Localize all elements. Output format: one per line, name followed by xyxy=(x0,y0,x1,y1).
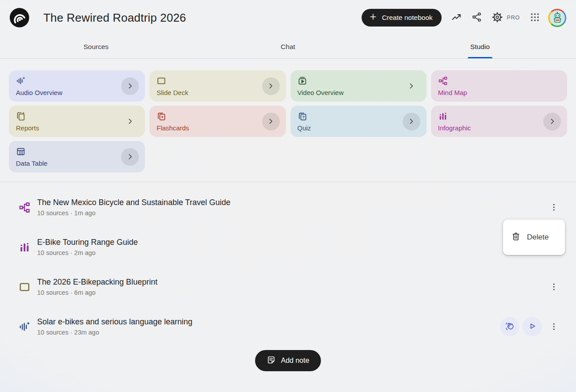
app-header: The Rewired Roadtrip 2026 Create noteboo… xyxy=(0,0,576,35)
chevron-right-icon[interactable] xyxy=(403,113,420,130)
card-label: Slide Deck xyxy=(156,89,278,96)
infographic-icon xyxy=(438,111,560,121)
interactive-mode-button[interactable] xyxy=(500,317,519,336)
more-options-button[interactable] xyxy=(545,198,563,216)
mind-map-icon xyxy=(438,76,560,86)
plus-icon xyxy=(369,12,378,23)
account-avatar[interactable] xyxy=(548,9,566,27)
chevron-right-icon[interactable] xyxy=(262,113,280,130)
artifact-meta: 10 sources · 1m ago xyxy=(37,209,545,217)
artifact-text: The 2026 E-Bikepacking Blueprint 10 sour… xyxy=(37,278,545,296)
notebook-title[interactable]: The Rewired Roadtrip 2026 xyxy=(43,11,186,25)
artifact-meta: 10 sources · 2m ago xyxy=(37,249,545,256)
menu-item-label: Delete xyxy=(527,233,549,242)
tab-sources[interactable]: Sources xyxy=(0,35,192,58)
artifact-row-infographic[interactable]: E-Bike Touring Range Guide 10 sources · … xyxy=(9,227,567,267)
play-icon xyxy=(527,321,537,332)
header-actions: Create notebook xyxy=(362,9,566,27)
tab-studio[interactable]: Studio xyxy=(384,35,576,58)
create-notebook-button[interactable]: Create notebook xyxy=(362,9,442,27)
studio-panel: Audio Overview Slide Deck Video Overview xyxy=(0,59,576,392)
card-label: Mind Map xyxy=(438,89,560,96)
studio-artifact-list: The New Mexico Bicycle and Sustainable T… xyxy=(9,187,567,346)
gear-icon xyxy=(492,11,503,24)
artifact-text: The New Mexico Bicycle and Sustainable T… xyxy=(37,198,545,217)
studio-card-slide-deck[interactable]: Slide Deck xyxy=(149,70,286,102)
tab-chat[interactable]: Chat xyxy=(192,35,384,58)
analytics-button[interactable] xyxy=(448,9,465,27)
section-divider xyxy=(0,182,576,182)
card-label: Quiz xyxy=(298,124,420,132)
avatar-robot-image xyxy=(549,10,565,26)
trash-icon xyxy=(511,232,521,244)
play-audio-button[interactable] xyxy=(523,317,542,336)
add-note-button[interactable]: Add note xyxy=(255,350,320,371)
artifact-row-audio-overview[interactable]: Solar e-bikes and serious language learn… xyxy=(9,307,567,346)
studio-card-quiz[interactable]: ? Quiz xyxy=(290,106,427,137)
apps-grid-button[interactable] xyxy=(526,9,544,27)
artifact-title: E-Bike Touring Range Guide xyxy=(37,238,545,247)
artifact-title: The 2026 E-Bikepacking Blueprint xyxy=(37,278,545,287)
add-note-container: Add note xyxy=(9,350,567,371)
video-overview-icon xyxy=(298,76,420,86)
card-label: Reports xyxy=(16,124,138,132)
apps-grid-icon xyxy=(530,12,540,24)
card-label: Flashcards xyxy=(156,124,278,132)
notebooklm-logo[interactable] xyxy=(10,8,29,27)
studio-card-flashcards[interactable]: Flashcards xyxy=(149,106,286,137)
studio-card-audio-overview[interactable]: Audio Overview xyxy=(9,70,145,102)
chevron-right-icon[interactable] xyxy=(121,77,139,95)
studio-card-video-overview[interactable]: Video Overview xyxy=(290,70,427,102)
flashcards-icon xyxy=(156,111,278,121)
studio-card-reports[interactable]: Reports xyxy=(9,106,145,137)
chevron-right-icon[interactable] xyxy=(121,148,139,166)
data-table-icon xyxy=(16,147,138,156)
chevron-right-icon[interactable] xyxy=(543,113,561,130)
create-notebook-label: Create notebook xyxy=(382,14,433,22)
artifact-meta: 10 sources · 23m ago xyxy=(37,329,500,336)
audio-waveform-sparkle-icon xyxy=(16,76,138,86)
card-label: Audio Overview xyxy=(16,89,138,96)
artifact-actions xyxy=(545,278,563,296)
quiz-icon: ? xyxy=(298,111,420,121)
studio-card-mind-map[interactable]: Mind Map xyxy=(431,70,567,102)
settings-button[interactable] xyxy=(488,9,506,27)
more-options-button[interactable] xyxy=(545,278,563,296)
delete-menu-item[interactable]: Delete xyxy=(503,220,565,255)
artifact-actions xyxy=(500,317,563,336)
artifact-row-slide-deck[interactable]: The 2026 E-Bikepacking Blueprint 10 sour… xyxy=(9,267,567,307)
studio-tools-grid: Audio Overview Slide Deck Video Overview xyxy=(9,70,567,172)
tab-bar: Sources Chat Studio xyxy=(0,35,576,59)
reports-sparkle-icon xyxy=(16,111,138,121)
chevron-right-icon[interactable] xyxy=(262,77,280,95)
mind-map-icon xyxy=(18,202,31,213)
card-label: Video Overview xyxy=(298,89,420,96)
pro-badge: PRO xyxy=(507,15,520,21)
artifact-title: The New Mexico Bicycle and Sustainable T… xyxy=(37,198,545,207)
chevron-right-icon[interactable] xyxy=(121,113,139,130)
card-label: Infographic xyxy=(438,124,560,132)
context-menu: Delete xyxy=(503,220,565,255)
share-icon xyxy=(471,11,482,24)
slide-deck-icon xyxy=(156,76,278,86)
infographic-icon xyxy=(18,241,31,253)
artifact-title: Solar e-bikes and serious language learn… xyxy=(37,317,500,327)
trending-up-icon xyxy=(451,11,462,24)
slide-deck-icon xyxy=(18,281,31,293)
more-options-button[interactable] xyxy=(545,318,563,335)
chevron-right-icon[interactable] xyxy=(403,77,420,95)
artifact-text: E-Bike Touring Range Guide 10 sources · … xyxy=(37,238,545,256)
studio-card-infographic[interactable]: Infographic xyxy=(431,106,567,137)
share-button[interactable] xyxy=(468,9,486,27)
note-icon xyxy=(267,355,276,366)
add-note-label: Add note xyxy=(281,357,309,365)
audio-waveform-sparkle-icon xyxy=(18,321,31,333)
svg-text:?: ? xyxy=(302,114,305,119)
artifact-actions xyxy=(545,198,563,216)
artifact-row-mind-map[interactable]: The New Mexico Bicycle and Sustainable T… xyxy=(9,187,567,227)
card-label: Data Table xyxy=(16,160,138,167)
artifact-text: Solar e-bikes and serious language learn… xyxy=(37,317,500,336)
waving-hand-icon xyxy=(505,321,515,332)
artifact-meta: 10 sources · 6m ago xyxy=(37,289,545,296)
studio-card-data-table[interactable]: Data Table xyxy=(9,141,145,172)
